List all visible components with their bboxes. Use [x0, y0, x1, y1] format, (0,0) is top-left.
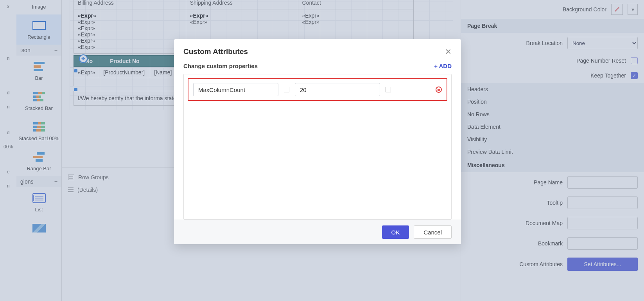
modal-footer: OK Cancel	[174, 220, 461, 244]
delete-attribute-icon[interactable]	[436, 87, 442, 93]
ok-button[interactable]: OK	[382, 225, 409, 239]
modal-subtitle: Change custom properties	[183, 63, 258, 69]
modal-title: Custom Attributes	[183, 47, 248, 56]
cancel-button[interactable]: Cancel	[414, 225, 452, 239]
attribute-name-checkbox[interactable]	[284, 87, 289, 92]
attribute-row	[188, 78, 447, 101]
attribute-name-input[interactable]	[193, 83, 278, 96]
attributes-container	[183, 74, 452, 220]
close-icon[interactable]: ✕	[445, 47, 452, 56]
custom-attributes-modal: Custom Attributes ✕ Change custom proper…	[174, 39, 461, 244]
add-attribute-button[interactable]: + ADD	[434, 63, 452, 69]
attribute-value-input[interactable]	[295, 83, 380, 96]
attribute-value-checkbox[interactable]	[386, 87, 391, 92]
